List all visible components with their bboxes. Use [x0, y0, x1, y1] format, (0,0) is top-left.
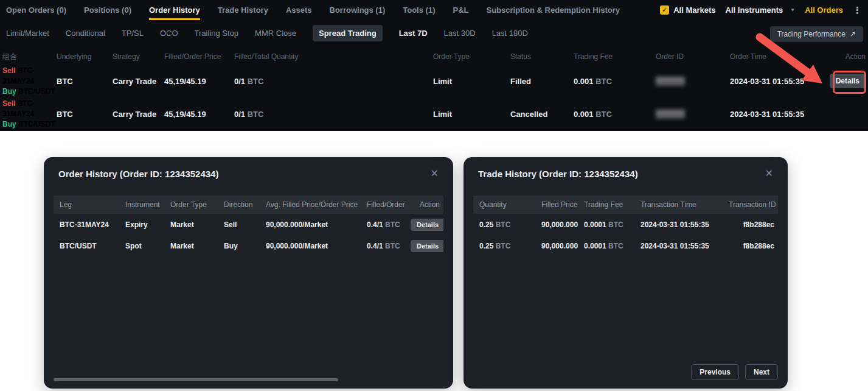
orders-table-header: 组合 Underlying Strategy Filled/Order Pric… [0, 49, 868, 65]
order-id-cell [656, 110, 730, 119]
leg-side-sell: Sell [2, 66, 15, 75]
combination-cell: Sell BTC-31MAY24 Buy BTC/USDT [2, 66, 57, 97]
col-quantity: Quantity [473, 200, 535, 209]
tab-tools[interactable]: Tools (1) [403, 0, 435, 20]
leg-side-sell: Sell [2, 99, 15, 108]
tab-spread-trading[interactable]: Spread Trading [313, 25, 383, 41]
chevron-down-icon: ▼ [790, 7, 795, 13]
tab-borrowings[interactable]: Borrowings (1) [330, 0, 386, 20]
underlying-cell: BTC [57, 110, 113, 119]
details-button[interactable]: Details [411, 219, 443, 231]
col-transaction-id: Transaction ID [729, 200, 778, 209]
transaction-time-cell: 2024-03-31 01:55:35 [634, 220, 729, 229]
tab-mmr-close[interactable]: MMR Close [255, 29, 296, 38]
all-instruments-dropdown[interactable]: All Instruments ▼ [726, 5, 796, 15]
trade-modal-table: Quantity Filled Price Trading Fee Transa… [473, 196, 778, 256]
action-cell: Details [411, 219, 443, 231]
horizontal-scrollbar[interactable] [54, 378, 338, 381]
close-icon[interactable]: ✕ [431, 169, 439, 178]
tab-trailing-stop[interactable]: Trailing Stop [195, 29, 239, 38]
action-cell: Details [812, 74, 866, 88]
col-underlying: Underlying [57, 52, 113, 61]
strategy-cell: Carry Trade [113, 77, 164, 86]
col-direction: Direction [218, 200, 260, 209]
leg-symbol: BTC/USDT [18, 87, 55, 96]
price-cell: 90,000.000/Market [260, 242, 361, 250]
all-orders-link[interactable]: All Orders [805, 5, 843, 15]
period-last-7d[interactable]: Last 7D [399, 29, 428, 38]
col-strategy: Strategy [113, 52, 164, 61]
trade-row: 0.25 BTC 90,000.000 0.0001 BTC 2024-03-3… [473, 235, 778, 256]
period-last-30d[interactable]: Last 30D [444, 29, 476, 38]
tab-tpsl[interactable]: TP/SL [122, 29, 144, 38]
underlying-cell: BTC [57, 77, 113, 86]
col-trading-fee: Trading Fee [578, 200, 634, 209]
trading-fee-cell: 0.001 BTC [574, 110, 656, 119]
col-filled-order-price: Filled/Order Price [164, 52, 234, 61]
close-icon[interactable]: ✕ [765, 169, 773, 178]
all-instruments-label: All Instruments [726, 5, 783, 15]
all-markets-checkbox[interactable]: ✓ [660, 5, 669, 15]
tab-conditional[interactable]: Conditional [66, 29, 105, 38]
trading-fee-cell: 0.0001 BTC [578, 220, 634, 229]
check-icon: ✓ [662, 6, 667, 14]
col-order-id: Order ID [656, 52, 730, 61]
details-button[interactable]: Details [411, 240, 443, 252]
direction-cell: Buy [218, 242, 260, 250]
all-markets-filter[interactable]: ✓ All Markets [660, 5, 715, 15]
transaction-id-cell: f8b288ec [729, 220, 778, 229]
filled-total-quantity-cell: 0/1 BTC [234, 110, 433, 119]
pagination: Previous Next [691, 364, 778, 380]
next-button[interactable]: Next [745, 364, 778, 380]
tab-limit-market[interactable]: Limit/Market [6, 29, 49, 38]
tab-positions[interactable]: Positions (0) [84, 0, 131, 20]
tab-pnl[interactable]: P&L [453, 0, 468, 20]
previous-button[interactable]: Previous [691, 364, 739, 380]
filter-tabs: Limit/Market Conditional TP/SL OCO Trail… [0, 23, 868, 43]
kebab-menu-icon[interactable]: ⋮ [853, 5, 862, 16]
external-link-icon: ↗ [850, 30, 856, 38]
all-markets-label: All Markets [673, 5, 715, 15]
col-filled-order: Filled/Order [361, 200, 411, 209]
order-leg-row: BTC-31MAY24 Expiry Market Sell 90,000.00… [54, 214, 443, 235]
top-nav-right: ✓ All Markets All Instruments ▼ All Orde… [660, 5, 862, 16]
period-last-180d[interactable]: Last 180D [492, 29, 528, 38]
order-id-cell [656, 77, 730, 86]
tab-order-history[interactable]: Order History [149, 0, 200, 20]
trading-fee-cell: 0.0001 BTC [578, 242, 634, 250]
tab-assets[interactable]: Assets [286, 0, 312, 20]
filled-order-price-cell: 45,19/45.19 [164, 110, 234, 119]
order-leg-row: BTC/USDT Spot Market Buy 90,000.000/Mark… [54, 235, 443, 256]
order-modal-table: Leg Instrument Order Type Direction Avg.… [54, 196, 443, 256]
filled-price-cell: 90,000.000 [535, 220, 578, 229]
col-action: Action [411, 200, 443, 209]
order-type-cell: Market [164, 220, 218, 229]
order-row: Sell BTC-31MAY24 Buy BTC/USDT BTC Carry … [0, 65, 868, 97]
col-transaction-time: Transaction Time [634, 200, 729, 209]
tab-oco[interactable]: OCO [160, 29, 178, 38]
order-modal-title: Order History (Order ID: 1234352434) [58, 169, 218, 179]
quantity-cell: 0.25 BTC [473, 242, 535, 250]
trade-row: 0.25 BTC 90,000.000 0.0001 BTC 2024-03-3… [473, 214, 778, 235]
trading-panel: Open Orders (0) Positions (0) Order Hist… [0, 0, 868, 131]
details-button[interactable]: Details [830, 74, 866, 88]
order-type-cell: Limit [433, 110, 510, 119]
instrument-cell: Expiry [119, 220, 164, 229]
trading-fee-cell: 0.001 BTC [574, 77, 656, 86]
trading-performance-button[interactable]: Trading Performance ↗ [770, 26, 863, 42]
tab-open-orders[interactable]: Open Orders (0) [6, 0, 66, 20]
strategy-cell: Carry Trade [113, 110, 164, 119]
filled-price-cell: 90,000.000 [535, 242, 578, 250]
col-avg-filled-price: Avg. Filled Price/Order Price [260, 200, 361, 209]
transaction-time-cell: 2024-03-31 01:55:35 [634, 242, 729, 250]
tab-subscription-redemption-history[interactable]: Subscription & Redemption History [486, 0, 620, 20]
order-type-cell: Limit [433, 77, 510, 86]
redacted-order-id [656, 77, 685, 86]
tab-trade-history[interactable]: Trade History [218, 0, 268, 20]
order-row: Sell BTC-31MAY24 Buy BTC/USDT BTC Carry … [0, 97, 868, 130]
col-leg: Leg [54, 200, 119, 209]
trading-performance-label: Trading Performance [777, 30, 845, 38]
order-modal-table-header: Leg Instrument Order Type Direction Avg.… [54, 196, 443, 214]
leg-side-buy: Buy [2, 120, 16, 129]
combination-cell: Sell BTC-31MAY24 Buy BTC/USDT [2, 99, 57, 130]
